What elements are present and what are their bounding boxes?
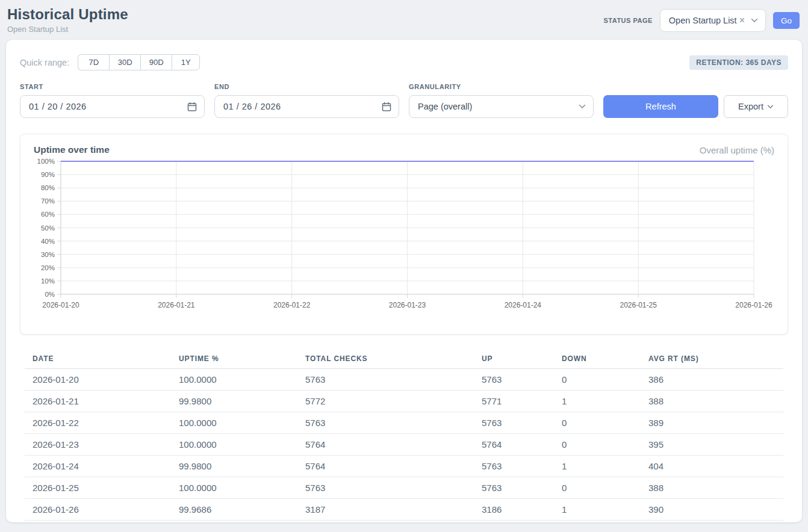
granularity-selected-value: Page (overall): [418, 102, 472, 111]
table-cell: 5763: [297, 412, 474, 434]
table-cell: 99.9800: [171, 391, 297, 412]
y-axis-tick-label: 20%: [41, 264, 55, 271]
table-row: 2026-01-23100.0000576457640395: [25, 434, 783, 456]
table-cell: 2026-01-26: [25, 499, 171, 521]
end-date-value: 01 / 26 / 2026: [223, 102, 281, 111]
table-row: 2026-01-2199.9800577257711388: [25, 391, 783, 412]
table-cell: 404: [641, 456, 783, 477]
column-header: DOWN: [554, 350, 641, 369]
table-cell: 5763: [474, 477, 554, 499]
export-button-label: Export: [738, 102, 763, 111]
page-header: Historical Uptime Open Startup List STAT…: [0, 0, 808, 37]
uptime-chart-card: Uptime over time Overall uptime (%) 0%10…: [20, 134, 788, 335]
export-button[interactable]: Export: [724, 95, 788, 118]
column-header: UP: [474, 350, 554, 369]
main-card: Quick range: 7D30D90D1Y RETENTION: 365 D…: [6, 40, 802, 522]
table-header-row: DATEUPTIME %TOTAL CHECKSUPDOWNAVG RT (MS…: [25, 350, 783, 369]
table-cell: 1: [554, 391, 641, 412]
calendar-icon[interactable]: [382, 102, 391, 112]
column-header: DATE: [25, 350, 171, 369]
chart-title: Uptime over time: [34, 144, 110, 155]
quick-range-button-30d[interactable]: 30D: [109, 54, 140, 70]
status-page-select[interactable]: Open Startup List ×: [660, 9, 766, 32]
table-cell: 2026-01-21: [25, 391, 171, 412]
y-axis-tick-label: 90%: [41, 171, 55, 178]
table-cell: 100.0000: [171, 412, 297, 434]
x-axis-tick-label: 2026-01-25: [620, 301, 657, 309]
table-cell: 395: [641, 434, 783, 456]
end-date-field: END 01 / 26 / 2026: [214, 83, 399, 118]
table-cell: 2026-01-20: [25, 369, 171, 391]
status-page-label: STATUS PAGE: [604, 17, 653, 24]
start-date-input[interactable]: 01 / 20 / 2026: [20, 95, 205, 118]
column-header: AVG RT (MS): [641, 350, 783, 369]
table-cell: 5764: [297, 456, 474, 477]
uptime-table: DATEUPTIME %TOTAL CHECKSUPDOWNAVG RT (MS…: [25, 350, 783, 521]
quick-range-button-7d[interactable]: 7D: [78, 54, 109, 70]
table-cell: 100.0000: [171, 434, 297, 456]
table-cell: 100.0000: [171, 477, 297, 499]
end-date-input[interactable]: 01 / 26 / 2026: [214, 95, 399, 118]
quick-range-row: Quick range: 7D30D90D1Y RETENTION: 365 D…: [20, 54, 788, 70]
start-date-field: START 01 / 20 / 2026: [20, 83, 205, 118]
table-cell: 2026-01-22: [25, 412, 171, 434]
uptime-table-wrap: DATEUPTIME %TOTAL CHECKSUPDOWNAVG RT (MS…: [20, 350, 788, 521]
table-cell: 388: [641, 391, 783, 412]
clear-icon[interactable]: ×: [739, 16, 745, 25]
y-axis-tick-label: 10%: [41, 277, 55, 285]
status-page-area: STATUS PAGE Open Startup List × Go: [604, 9, 800, 32]
retention-badge: RETENTION: 365 DAYS: [689, 55, 788, 70]
page-subtitle: Open Startup List: [7, 25, 128, 34]
table-cell: 1: [554, 456, 641, 477]
table-cell: 99.9686: [171, 499, 297, 521]
end-date-label: END: [214, 83, 399, 90]
table-cell: 5763: [474, 369, 554, 391]
y-axis-tick-label: 80%: [41, 184, 55, 191]
table-cell: 5763: [474, 456, 554, 477]
table-cell: 388: [641, 477, 783, 499]
calendar-icon[interactable]: [187, 102, 197, 112]
table-cell: 2026-01-23: [25, 434, 171, 456]
table-row: 2026-01-2499.9800576457631404: [25, 456, 783, 477]
page-title: Historical Uptime: [7, 6, 128, 23]
table-row: 2026-01-20100.0000576357630386: [25, 369, 783, 391]
y-axis-tick-label: 100%: [37, 158, 55, 165]
quick-range-label: Quick range:: [20, 58, 69, 67]
table-cell: 0: [554, 477, 641, 499]
table-cell: 5764: [297, 434, 474, 456]
start-date-label: START: [20, 83, 205, 90]
column-header: UPTIME %: [171, 350, 297, 369]
granularity-field: GRANULARITY Page (overall): [409, 83, 594, 118]
table-row: 2026-01-2699.9686318731861390: [25, 499, 783, 521]
table-cell: 5763: [297, 369, 474, 391]
table-body: 2026-01-20100.00005763576303862026-01-21…: [25, 369, 783, 521]
table-cell: 0: [554, 434, 641, 456]
table-cell: 0: [554, 369, 641, 391]
quick-range-button-1y[interactable]: 1Y: [172, 54, 200, 70]
column-header: TOTAL CHECKS: [297, 350, 474, 369]
table-row: 2026-01-22100.0000576357630389: [25, 412, 783, 434]
table-cell: 99.9800: [171, 456, 297, 477]
x-axis-tick-label: 2026-01-22: [273, 301, 311, 309]
table-cell: 5764: [474, 434, 554, 456]
go-button[interactable]: Go: [773, 12, 800, 29]
table-cell: 389: [641, 412, 783, 434]
status-page-selected-value: Open Startup List: [669, 16, 737, 25]
refresh-button[interactable]: Refresh: [603, 95, 718, 118]
quick-range-group: 7D30D90D1Y: [78, 54, 200, 70]
x-axis-tick-label: 2026-01-23: [389, 301, 426, 309]
table-cell: 3187: [297, 499, 474, 521]
chart-legend: Overall uptime (%): [700, 145, 774, 155]
title-block: Historical Uptime Open Startup List: [7, 6, 128, 34]
table-cell: 5763: [474, 412, 554, 434]
controls-row: START 01 / 20 / 2026 END 01 / 26 / 2026 …: [20, 83, 788, 118]
table-cell: 0: [554, 412, 641, 434]
y-axis-tick-label: 70%: [41, 197, 55, 205]
table-cell: 386: [641, 369, 783, 391]
table-cell: 5771: [474, 391, 554, 412]
quick-range-button-90d[interactable]: 90D: [140, 54, 172, 70]
uptime-line-chart: 0%10%20%30%40%50%60%70%80%90%100%2026-01…: [20, 155, 788, 319]
granularity-select[interactable]: Page (overall): [409, 95, 594, 118]
x-axis-tick-label: 2026-01-26: [735, 301, 772, 309]
start-date-value: 01 / 20 / 2026: [29, 102, 87, 111]
